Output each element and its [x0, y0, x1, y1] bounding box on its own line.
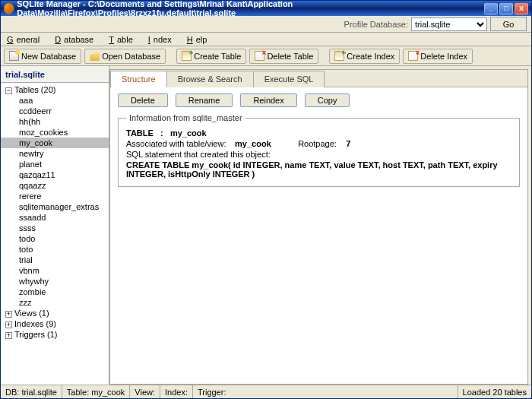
profile-bar: Profile Database: trial.sqlite Go [1, 16, 531, 33]
drop-index-button[interactable]: Delete Index [403, 49, 473, 64]
rename-button[interactable]: Rename [176, 93, 233, 107]
expand-icon[interactable]: + [5, 311, 12, 318]
rootpage-value: 7 [346, 139, 350, 148]
tree-table-item[interactable]: newtry [1, 148, 109, 159]
expand-icon[interactable]: + [5, 321, 12, 328]
profile-label: Profile Database: [344, 20, 408, 29]
collapse-icon[interactable]: − [5, 87, 12, 94]
tree-table-item[interactable]: qazqaz11 [1, 169, 109, 180]
create-table-button[interactable]: Create Table [176, 49, 246, 64]
tree-table-item[interactable]: whywhy [1, 276, 109, 287]
main-pane: Structure Browse & Search Execute SQL De… [109, 69, 528, 385]
app-icon [4, 3, 14, 14]
new-database-button[interactable]: New Database [4, 49, 81, 64]
tree-table-item[interactable]: planet [1, 159, 109, 169]
folder-open-icon [90, 51, 100, 61]
tab-structure[interactable]: Structure [110, 71, 167, 87]
table-sep: : [160, 128, 163, 138]
tree-table-item[interactable]: zzz [1, 297, 109, 308]
menu-general[interactable]: General [4, 33, 52, 46]
status-bar: DB: trial.sqlite Table: my_cook View: In… [1, 385, 531, 398]
table-label: TABLE [126, 128, 154, 138]
delete-button[interactable]: Delete [118, 93, 168, 107]
tree-table-item[interactable]: ccddeerr [1, 106, 109, 116]
tree-table-item[interactable]: toto [1, 244, 109, 255]
tree-table-item[interactable]: ssss [1, 223, 109, 233]
body: trial.sqlite −Tables (20) aaaccddeerrhh(… [1, 66, 531, 385]
create-index-button[interactable]: Create Index [329, 49, 400, 64]
index-create-icon [334, 51, 344, 61]
associated-value: my_cook [235, 139, 296, 148]
sidebar: trial.sqlite −Tables (20) aaaccddeerrhh(… [1, 66, 109, 385]
index-delete-icon [408, 51, 418, 61]
sql-statement: CREATE TABLE my_cook( id INTEGER, name T… [126, 160, 511, 179]
fieldset-legend: Information from sqlite_master [126, 113, 245, 122]
app-window: SQLite Manager - C:\Documents and Settin… [0, 0, 532, 399]
tree-table-item[interactable]: aaa [1, 95, 109, 106]
action-row: Delete Rename Reindex Copy [118, 93, 520, 107]
tree-table-item[interactable]: rerere [1, 191, 109, 201]
tree-table-item[interactable]: vbnm [1, 265, 109, 276]
profile-select[interactable]: trial.sqlite [411, 17, 487, 31]
sqlite-master-info: Information from sqlite_master TABLE : m… [118, 113, 520, 187]
table-create-icon [182, 51, 192, 61]
expand-icon[interactable]: + [5, 332, 12, 339]
window-controls: _ □ X [484, 3, 528, 14]
rootpage-label: Rootpage: [298, 139, 344, 148]
close-button[interactable]: X [515, 3, 528, 14]
drop-table-button[interactable]: Delete Table [249, 49, 318, 64]
menu-help[interactable]: Help [184, 33, 220, 46]
toolbar: New Database Open Database Create Table … [1, 46, 531, 66]
status-db: DB: trial.sqlite [1, 385, 62, 398]
tree-triggers[interactable]: +Triggers (1) [1, 329, 109, 340]
tree-table-item[interactable]: trial [1, 255, 109, 265]
status-index: Index: [160, 385, 193, 398]
tree-views[interactable]: +Views (1) [1, 308, 109, 318]
database-new-icon [9, 51, 19, 61]
tab-execute[interactable]: Execute SQL [253, 71, 325, 87]
status-view: View: [130, 385, 160, 398]
reindex-button[interactable]: Reindex [240, 93, 296, 107]
tree-table-item[interactable]: todo [1, 233, 109, 244]
go-button[interactable]: Go [490, 17, 527, 31]
menu-bar: General Database Table Index Help [1, 33, 531, 46]
tree-indexes[interactable]: +Indexes (9) [1, 318, 109, 329]
tree-table-item[interactable]: moz_cookies [1, 127, 109, 138]
open-database-button[interactable]: Open Database [84, 49, 166, 64]
menu-table[interactable]: Table [106, 33, 145, 46]
table-delete-icon [255, 51, 264, 61]
maximize-button[interactable]: □ [499, 3, 513, 14]
menu-database[interactable]: Database [52, 33, 106, 46]
table-name-value: my_cook [170, 128, 207, 138]
status-trigger: Trigger: [193, 385, 458, 398]
associated-label: Associated with table/view: [126, 139, 233, 148]
tabbar: Structure Browse & Search Execute SQL [110, 70, 527, 87]
minimize-button[interactable]: _ [484, 3, 498, 14]
tree-table-item[interactable]: ssaadd [1, 212, 109, 223]
tree-table-item[interactable]: sqlitemanager_extras [1, 201, 109, 212]
db-tree[interactable]: −Tables (20) aaaccddeerrhh(hhmoz_cookies… [1, 83, 109, 385]
sql-label: SQL statement that created this object: [126, 150, 511, 159]
tab-browse[interactable]: Browse & Search [166, 71, 254, 87]
tree-table-item[interactable]: my_cook [1, 138, 109, 148]
tree-table-item[interactable]: zombie [1, 287, 109, 297]
structure-panel: Delete Rename Reindex Copy Information f… [110, 87, 527, 384]
title-text: SQLite Manager - C:\Documents and Settin… [17, 0, 484, 17]
tree-tables[interactable]: −Tables (20) [1, 84, 109, 95]
sidebar-header: trial.sqlite [1, 66, 109, 83]
menu-index[interactable]: Index [145, 33, 184, 46]
status-loaded: Loaded 20 tables [458, 385, 531, 398]
tree-table-item[interactable]: qqaazz [1, 180, 109, 191]
status-table: Table: my_cook [62, 385, 130, 398]
tree-table-item[interactable]: hh(hh [1, 116, 109, 127]
title-bar: SQLite Manager - C:\Documents and Settin… [1, 1, 531, 16]
copy-button[interactable]: Copy [305, 93, 350, 107]
